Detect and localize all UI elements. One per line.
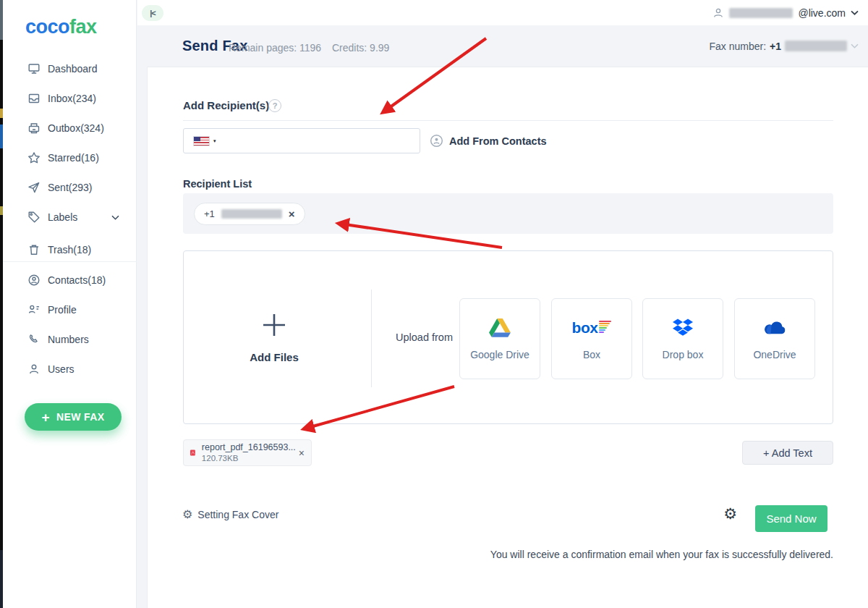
main-area: |< @live.com Send Fax Remain pages: 1196… [137, 0, 868, 608]
dropbox-icon [673, 317, 693, 339]
contact-circle-icon [430, 134, 443, 148]
google-drive-button[interactable]: Google Drive [459, 298, 540, 379]
plus-icon: + [41, 410, 50, 424]
sidebar-item-starred[interactable]: Starred(16) [3, 143, 137, 172]
recipient-list: +1 × [183, 193, 833, 234]
add-from-contacts-label: Add From Contacts [449, 135, 547, 147]
onedrive-button[interactable]: OneDrive [734, 298, 815, 379]
setting-fax-cover-button[interactable]: ⚙ Setting Fax Cover [182, 509, 278, 520]
collapse-sidebar-button[interactable]: |< [142, 5, 163, 21]
dropbox-button[interactable]: Drop box [642, 298, 723, 379]
sidebar-item-label: Labels [48, 211, 77, 223]
chevron-down-icon [851, 43, 859, 48]
question-glyph: ? [273, 101, 278, 110]
sidebar-item-label: Numbers [48, 334, 89, 345]
onedrive-icon [762, 317, 787, 339]
sidebar-item-label: Sent(293) [48, 182, 92, 193]
chevron-down-icon [111, 215, 119, 220]
add-text-button[interactable]: + Add Text [742, 441, 833, 465]
add-files-button[interactable]: Add Files [220, 311, 328, 363]
star-icon [27, 151, 41, 164]
blurred-recipient-number [221, 209, 282, 219]
sidebar-item-label: Dashboard [48, 63, 98, 75]
new-fax-label: NEW FAX [56, 411, 105, 423]
add-from-contacts-button[interactable]: Add From Contacts [430, 134, 547, 148]
cocofax-logo: cocofax [25, 16, 97, 38]
sidebar-item-users[interactable]: Users [3, 355, 137, 384]
blurred-email-prefix [729, 8, 793, 18]
recipient-chip-prefix: +1 [204, 208, 215, 219]
remain-pages: Remain pages: 1196 [229, 42, 321, 54]
sidebar-item-label: Starred(16) [48, 152, 99, 164]
background-window-sliver [0, 0, 3, 608]
caret-down-icon[interactable]: ▾ [213, 138, 216, 144]
recipient-list-title: Recipient List [183, 178, 252, 190]
recipient-number-input[interactable] [221, 129, 420, 153]
google-drive-icon [489, 317, 511, 339]
fax-number-label: Fax number: [709, 41, 766, 52]
email-suffix: @live.com [798, 7, 846, 19]
outbox-icon [27, 122, 41, 135]
section-divider [183, 120, 833, 121]
sidebar-divider [3, 261, 137, 262]
send-settings-gear-icon[interactable]: ⚙ [723, 506, 737, 521]
contact-circle-icon [27, 274, 41, 287]
sidebar-item-inbox[interactable]: Inbox(234) [3, 84, 137, 113]
account-menu[interactable]: @live.com [712, 0, 859, 25]
add-files-label: Add Files [220, 351, 328, 363]
box-wordmark: box [572, 321, 598, 334]
box-button[interactable]: box Box [551, 298, 632, 379]
sidebar-item-label: Profile [48, 304, 77, 316]
file-size: 120.73KB [202, 454, 296, 463]
sidebar-item-dashboard[interactable]: Dashboard [3, 54, 137, 83]
profile-icon [27, 303, 41, 316]
sidebar-item-outbox[interactable]: Outbox(324) [3, 114, 137, 143]
country-flag-dropdown[interactable] [194, 137, 209, 145]
confirmation-note: You will receive a confirmation email wh… [490, 549, 833, 560]
new-fax-button[interactable]: + NEW FAX [25, 403, 122, 431]
phone-icon [27, 333, 41, 346]
logo-coco: coco [25, 16, 69, 38]
topbar: |< @live.com [137, 0, 868, 25]
monitor-icon [27, 62, 41, 75]
sidebar-item-labels[interactable]: Labels [3, 203, 137, 232]
plus-icon [260, 311, 288, 339]
user-icon [27, 363, 41, 376]
send-fax-card: Add Recipient(s) ? ▾ Add From Contacts R… [147, 67, 868, 608]
remove-file-button[interactable]: × [299, 447, 305, 459]
fax-number-prefix: +1 [770, 41, 781, 52]
box-icon: box [572, 317, 612, 339]
service-label: Drop box [663, 349, 704, 360]
upload-from-label: Upload from [396, 332, 453, 343]
file-name: report_pdf_16196593... [202, 442, 296, 452]
sidebar-item-sent[interactable]: Sent(293) [3, 173, 137, 202]
remove-recipient-button[interactable]: × [289, 208, 295, 219]
recipient-chip: +1 × [194, 203, 305, 225]
gear-icon: ⚙ [182, 509, 192, 520]
add-text-label: + Add Text [763, 447, 812, 459]
recipient-number-field: ▾ [183, 128, 420, 153]
sidebar-item-contacts[interactable]: Contacts(18) [3, 266, 137, 295]
collapse-icon: |< [150, 9, 156, 17]
setting-fax-cover-label: Setting Fax Cover [197, 509, 278, 520]
inbox-icon [27, 92, 41, 105]
credits: Credits: 9.99 [332, 42, 389, 54]
logo-fax: fax [69, 16, 97, 38]
send-now-button[interactable]: Send Now [755, 505, 827, 532]
sidebar-item-profile[interactable]: Profile [3, 295, 137, 324]
sidebar-item-label: Inbox(234) [48, 93, 96, 104]
sidebar-item-trash[interactable]: Trash(18) [3, 235, 137, 264]
fax-number-selector[interactable]: Fax number: +1 [709, 25, 859, 67]
service-label: Box [583, 349, 600, 360]
service-label: Google Drive [470, 349, 529, 360]
sidebar-item-label: Outbox(324) [48, 122, 104, 134]
paper-plane-icon [27, 181, 41, 194]
sidebar-item-numbers[interactable]: Numbers [3, 325, 137, 354]
sidebar: cocofax Dashboard Inbox(234) Outbox(324)… [3, 0, 137, 608]
sidebar-item-label: Contacts(18) [48, 274, 106, 286]
box-stripes [599, 321, 611, 333]
file-upload-area: Add Files Upload from Google Drive [183, 250, 833, 424]
help-icon[interactable]: ? [268, 99, 281, 112]
page-header: Send Fax Remain pages: 1196 Credits: 9.9… [137, 25, 868, 67]
pdf-file-icon [190, 444, 195, 462]
